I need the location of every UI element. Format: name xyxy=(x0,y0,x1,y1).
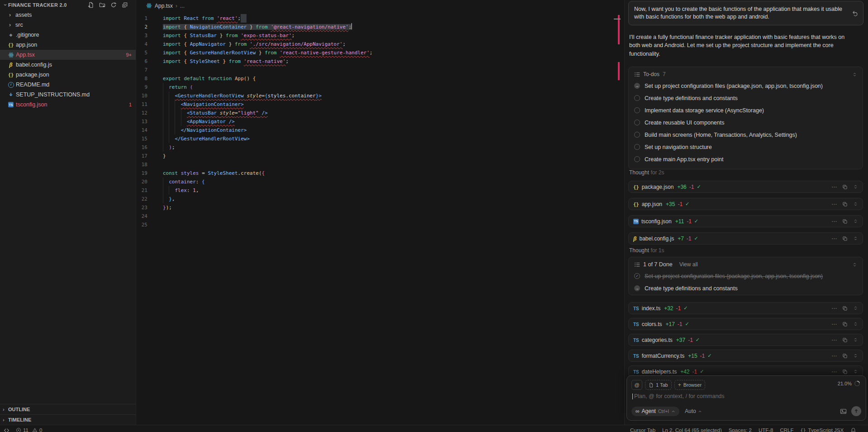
expand-collapse-icon[interactable] xyxy=(853,353,858,358)
copy-icon[interactable] xyxy=(842,202,848,207)
new-file-icon[interactable] xyxy=(87,1,95,9)
language-mode[interactable]: {} TypeScript JSX xyxy=(801,427,844,432)
more-actions-icon[interactable]: ⋯ xyxy=(831,218,837,225)
more-actions-icon[interactable]: ⋯ xyxy=(831,235,837,242)
expand-collapse-icon[interactable] xyxy=(853,369,858,374)
code-line[interactable]: 8export default function App() { xyxy=(136,74,624,83)
code-line[interactable]: 14 </NavigationContainer> xyxy=(136,126,624,134)
code-line[interactable]: 22 }, xyxy=(136,195,624,203)
agent-mode-selector[interactable]: ∞ Agent Ctrl+I xyxy=(631,407,679,416)
bell-icon[interactable] xyxy=(850,427,856,432)
more-actions-icon[interactable]: ⋯ xyxy=(831,201,837,207)
more-actions-icon[interactable]: ⋯ xyxy=(831,337,837,343)
copy-icon[interactable] xyxy=(842,337,848,343)
at-mention-button[interactable]: @ xyxy=(631,380,642,390)
code-line[interactable]: 3import { StatusBar } from 'expo-status-… xyxy=(136,31,624,40)
expand-collapse-icon[interactable] xyxy=(853,306,858,311)
todos-header[interactable]: To-dos 7 xyxy=(634,69,857,80)
tab-context-chip[interactable]: 1 Tab xyxy=(645,380,672,390)
code-line[interactable]: 21 flex: 1, xyxy=(136,186,624,195)
more-actions-icon[interactable]: ⋯ xyxy=(831,305,837,312)
remote-icon[interactable] xyxy=(4,427,9,432)
code-line[interactable]: 5import { GestureHandlerRootView } from … xyxy=(136,48,624,57)
code-line[interactable]: 12 <StatusBar style="light" /> xyxy=(136,109,624,117)
copy-icon[interactable] xyxy=(842,322,848,327)
breadcrumb-symbol[interactable]: ... xyxy=(180,3,185,9)
new-folder-icon[interactable] xyxy=(99,1,106,9)
thought-label[interactable]: Thought for 1s xyxy=(629,247,664,254)
more-actions-icon[interactable]: ⋯ xyxy=(831,353,837,359)
code-line[interactable]: 2import { NavigationContainer } from '@r… xyxy=(136,23,624,31)
browser-chip[interactable]: + Browser xyxy=(674,380,705,390)
code-line[interactable]: 6import { StyleSheet } from 'react-nativ… xyxy=(136,57,624,66)
more-actions-icon[interactable]: ⋯ xyxy=(831,369,837,375)
edited-file-card[interactable]: TS formatCurrency.ts +15 -1 ✓ ⋯ xyxy=(628,350,863,362)
copy-icon[interactable] xyxy=(842,219,848,224)
file-row[interactable]: TS tsconfig.json 1 xyxy=(0,100,136,110)
code-line[interactable]: 18 xyxy=(136,160,624,169)
problems-indicator[interactable]: 11 0 xyxy=(16,427,42,432)
expand-collapse-icon[interactable] xyxy=(853,184,858,189)
file-row[interactable]: App.tsx 9+ xyxy=(0,50,136,60)
more-actions-icon[interactable]: ⋯ xyxy=(831,184,837,190)
outline-section[interactable]: › OUTLINE xyxy=(0,404,136,414)
todo-item[interactable]: ✓ Set up project configuration files (pa… xyxy=(634,270,857,282)
todo-item[interactable]: → Set up project configuration files (pa… xyxy=(634,80,857,92)
view-all-link[interactable]: View all xyxy=(679,261,698,268)
edited-file-card[interactable]: TS tsconfig.json +11 -1 ✓ ⋯ xyxy=(628,215,863,227)
undo-icon[interactable] xyxy=(852,10,859,17)
code-line[interactable]: 20 container: { xyxy=(136,178,624,186)
explorer-header[interactable]: › FINANCE TRACKER 2.0 xyxy=(0,0,136,10)
expand-collapse-icon[interactable] xyxy=(852,262,857,267)
edited-file-card[interactable]: β babel.config.js +7 -1 ✓ ⋯ xyxy=(628,232,863,245)
edited-file-card[interactable]: {} package.json +36 -1 ✓ ⋯ xyxy=(628,181,863,193)
code-line[interactable]: 16 ); xyxy=(136,143,624,152)
edited-file-card[interactable]: {} app.json +35 -1 ✓ ⋯ xyxy=(628,198,863,210)
todo-item[interactable]: Create main App.tsx entry point xyxy=(634,153,857,165)
file-row[interactable]: β babel.config.js xyxy=(0,60,136,70)
code-line[interactable]: 13 <AppNavigator /> xyxy=(136,117,624,126)
copy-icon[interactable] xyxy=(842,353,848,359)
code-line[interactable]: 23}); xyxy=(136,203,624,212)
expand-collapse-icon[interactable] xyxy=(853,322,858,326)
code-line[interactable]: 15 </GestureHandlerRootView> xyxy=(136,134,624,143)
collapse-all-icon[interactable] xyxy=(121,1,128,9)
expand-collapse-icon[interactable] xyxy=(853,236,858,241)
code-line[interactable]: 25 xyxy=(136,221,624,229)
edited-file-card[interactable]: TS colors.ts +17 -1 ✓ ⋯ xyxy=(628,318,863,330)
file-row[interactable]: {} package.json xyxy=(0,70,136,80)
chat-input-box[interactable]: @ 1 Tab + Browser 21.0% Plan, @ for cont… xyxy=(626,375,866,421)
code-line[interactable]: 19const styles = StyleSheet.create({ xyxy=(136,169,624,178)
code-line[interactable]: 7 xyxy=(136,66,624,74)
cursor-position[interactable]: Ln 2, Col 64 (65 selected) xyxy=(662,427,722,432)
todo-item[interactable]: Create reusable UI components xyxy=(634,116,857,129)
todo-item[interactable]: Build main screens (Home, Transactions, … xyxy=(634,129,857,141)
file-row[interactable]: SETUP_INSTRUCTIONS.md xyxy=(0,90,136,100)
timeline-section[interactable]: › TIMELINE xyxy=(0,414,136,425)
user-message[interactable]: Now, I want you to create the basic func… xyxy=(628,1,863,25)
refresh-icon[interactable] xyxy=(110,1,117,9)
copy-icon[interactable] xyxy=(842,236,848,241)
copy-icon[interactable] xyxy=(842,306,848,311)
expand-collapse-icon[interactable] xyxy=(852,72,857,77)
code-line[interactable]: 4import { AppNavigator } from './src/nav… xyxy=(136,40,624,48)
todo-item[interactable]: Set up navigation structure xyxy=(634,141,857,153)
eol-sequence[interactable]: CRLF xyxy=(780,427,794,432)
image-attach-icon[interactable] xyxy=(840,408,847,415)
expand-collapse-icon[interactable] xyxy=(853,219,858,224)
edited-file-card[interactable]: TS index.ts +32 -1 ✓ ⋯ xyxy=(628,302,863,314)
code-line[interactable]: 24 xyxy=(136,212,624,221)
more-actions-icon[interactable]: ⋯ xyxy=(831,321,837,327)
code-line[interactable]: 11 <NavigationContainer> xyxy=(136,100,624,109)
code-line[interactable]: 1import React from 'react'; xyxy=(136,14,624,23)
encoding[interactable]: UTF-8 xyxy=(759,427,773,432)
progress-header[interactable]: 1 of 7 Done View all xyxy=(634,259,857,270)
file-row[interactable]: ◆ .gitignore xyxy=(0,30,136,40)
edited-file-card[interactable]: TS categories.ts +37 -1 ✓ ⋯ xyxy=(628,334,863,346)
indentation[interactable]: Spaces: 2 xyxy=(729,427,752,432)
breadcrumb-file[interactable]: App.tsx xyxy=(155,3,173,9)
send-button[interactable] xyxy=(851,406,861,416)
expand-collapse-icon[interactable] xyxy=(853,202,858,206)
file-row[interactable]: › src xyxy=(0,20,136,30)
expand-collapse-icon[interactable] xyxy=(853,337,858,342)
